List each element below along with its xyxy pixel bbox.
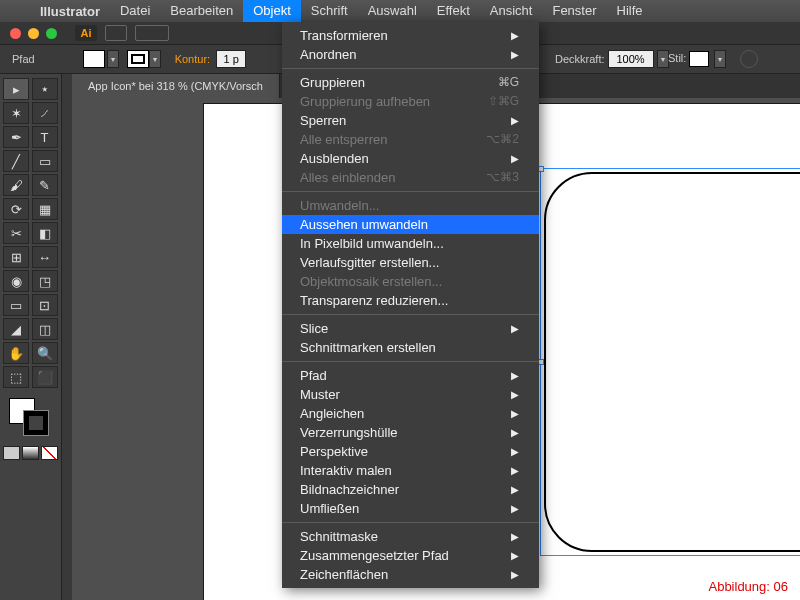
selection-bounding-box <box>540 168 800 556</box>
gradient-mode-icon[interactable] <box>22 446 39 460</box>
menu-item-verzerrungsh-lle[interactable]: Verzerrungshülle▶ <box>282 423 539 442</box>
tool-25[interactable]: ⬛ <box>32 366 58 388</box>
tools-panel: ▸⭑✶⟋✒T╱▭🖌✎⟳▦✂◧⊞↔◉◳▭⊡◢◫✋🔍⬚⬛ <box>0 74 62 600</box>
submenu-arrow-icon: ▶ <box>511 499 519 518</box>
stroke-label[interactable]: Kontur: <box>175 53 210 65</box>
menu-item-alles-einblenden: Alles einblenden⌥⌘3 <box>282 168 539 187</box>
submenu-arrow-icon: ▶ <box>511 149 519 168</box>
menu-item-in-pixelbild-umwandeln-[interactable]: In Pixelbild umwandeln... <box>282 234 539 253</box>
menu-item-ausblenden[interactable]: Ausblenden▶ <box>282 149 539 168</box>
submenu-arrow-icon: ▶ <box>511 111 519 130</box>
menu-item-schnittmaske[interactable]: Schnittmaske▶ <box>282 527 539 546</box>
menu-item-sperren[interactable]: Sperren▶ <box>282 111 539 130</box>
menu-item-pfad[interactable]: Pfad▶ <box>282 366 539 385</box>
menu-auswahl[interactable]: Auswahl <box>358 0 427 22</box>
tool-15[interactable]: ↔ <box>32 246 58 268</box>
menu-item-umwandeln-: Umwandeln... <box>282 196 539 215</box>
style-dropdown-icon[interactable]: ▾ <box>714 50 726 68</box>
menu-item-muster[interactable]: Muster▶ <box>282 385 539 404</box>
menu-item-verlaufsgitter-erstellen-[interactable]: Verlaufsgitter erstellen... <box>282 253 539 272</box>
tool-18[interactable]: ▭ <box>3 294 29 316</box>
menu-effekt[interactable]: Effekt <box>427 0 480 22</box>
stroke-color[interactable] <box>23 410 49 436</box>
menu-item-anordnen[interactable]: Anordnen▶ <box>282 45 539 64</box>
menu-objekt[interactable]: Objekt <box>243 0 301 22</box>
arrange-docs-icon[interactable] <box>135 25 169 41</box>
tool-11[interactable]: ▦ <box>32 198 58 220</box>
document-tab[interactable]: App Icon* bei 318 % (CMYK/Vorsch <box>72 74 280 98</box>
close-icon[interactable] <box>10 28 21 39</box>
tool-12[interactable]: ✂ <box>3 222 29 244</box>
fill-dropdown-icon[interactable]: ▾ <box>107 50 119 68</box>
fill-stroke-control[interactable] <box>3 396 58 440</box>
panel-gutter <box>62 74 72 600</box>
tool-20[interactable]: ◢ <box>3 318 29 340</box>
zoom-icon[interactable] <box>46 28 57 39</box>
tool-9[interactable]: ✎ <box>32 174 58 196</box>
fill-swatch[interactable] <box>83 50 105 68</box>
tool-21[interactable]: ◫ <box>32 318 58 340</box>
tool-8[interactable]: 🖌 <box>3 174 29 196</box>
tool-1[interactable]: ⭑ <box>32 78 58 100</box>
submenu-arrow-icon: ▶ <box>511 319 519 338</box>
menu-ansicht[interactable]: Ansicht <box>480 0 543 22</box>
menu-item-umflie-en[interactable]: Umfließen▶ <box>282 499 539 518</box>
menu-item-slice[interactable]: Slice▶ <box>282 319 539 338</box>
menu-schrift[interactable]: Schrift <box>301 0 358 22</box>
stroke-swatch[interactable] <box>127 50 149 68</box>
tool-22[interactable]: ✋ <box>3 342 29 364</box>
submenu-arrow-icon: ▶ <box>511 385 519 404</box>
menu-item-transformieren[interactable]: Transformieren▶ <box>282 26 539 45</box>
tool-3[interactable]: ⟋ <box>32 102 58 124</box>
minimize-icon[interactable] <box>28 28 39 39</box>
tool-6[interactable]: ╱ <box>3 150 29 172</box>
menu-item-gruppieren[interactable]: Gruppieren⌘G <box>282 73 539 92</box>
tool-10[interactable]: ⟳ <box>3 198 29 220</box>
menu-bearbeiten[interactable]: Bearbeiten <box>160 0 243 22</box>
selection-type-label: Pfad <box>0 53 43 65</box>
recolor-icon[interactable] <box>740 50 758 68</box>
bridge-icon[interactable] <box>105 25 127 41</box>
menu-item-bildnachzeichner[interactable]: Bildnachzeichner▶ <box>282 480 539 499</box>
submenu-arrow-icon: ▶ <box>511 423 519 442</box>
menu-item-interaktiv-malen[interactable]: Interaktiv malen▶ <box>282 461 539 480</box>
opacity-input[interactable]: 100% <box>608 50 654 68</box>
app-badge: Ai <box>75 25 97 41</box>
submenu-arrow-icon: ▶ <box>511 565 519 584</box>
menu-datei[interactable]: Datei <box>110 0 160 22</box>
menu-item-transparenz-reduzieren-[interactable]: Transparenz reduzieren... <box>282 291 539 310</box>
menu-item-perspektive[interactable]: Perspektive▶ <box>282 442 539 461</box>
menu-fenster[interactable]: Fenster <box>542 0 606 22</box>
app-name[interactable]: Illustrator <box>30 4 110 19</box>
none-mode-icon[interactable] <box>41 446 58 460</box>
tool-16[interactable]: ◉ <box>3 270 29 292</box>
menu-hilfe[interactable]: Hilfe <box>607 0 653 22</box>
menu-item-zusammengesetzter-pfad[interactable]: Zusammengesetzter Pfad▶ <box>282 546 539 565</box>
menu-item-zeichenfl-chen[interactable]: Zeichenflächen▶ <box>282 565 539 584</box>
menu-item-schnittmarken-erstellen[interactable]: Schnittmarken erstellen <box>282 338 539 357</box>
color-mode-icon[interactable] <box>3 446 20 460</box>
tool-19[interactable]: ⊡ <box>32 294 58 316</box>
submenu-arrow-icon: ▶ <box>511 45 519 64</box>
tool-13[interactable]: ◧ <box>32 222 58 244</box>
tool-0[interactable]: ▸ <box>3 78 29 100</box>
tool-7[interactable]: ▭ <box>32 150 58 172</box>
submenu-arrow-icon: ▶ <box>511 442 519 461</box>
menu-item-aussehen-umwandeln[interactable]: Aussehen umwandeln <box>282 215 539 234</box>
tool-17[interactable]: ◳ <box>32 270 58 292</box>
stroke-weight-input[interactable]: 1 p <box>216 50 246 68</box>
objekt-menu-dropdown: Transformieren▶Anordnen▶Gruppieren⌘GGrup… <box>282 22 539 588</box>
tool-23[interactable]: 🔍 <box>32 342 58 364</box>
style-swatch[interactable] <box>689 51 709 67</box>
tool-2[interactable]: ✶ <box>3 102 29 124</box>
tool-14[interactable]: ⊞ <box>3 246 29 268</box>
tool-24[interactable]: ⬚ <box>3 366 29 388</box>
submenu-arrow-icon: ▶ <box>511 26 519 45</box>
menu-item-angleichen[interactable]: Angleichen▶ <box>282 404 539 423</box>
menu-item-alle-entsperren: Alle entsperren⌥⌘2 <box>282 130 539 149</box>
opacity-label[interactable]: Deckkraft: <box>555 53 605 65</box>
tool-4[interactable]: ✒ <box>3 126 29 148</box>
stroke-dropdown-icon[interactable]: ▾ <box>149 50 161 68</box>
tool-5[interactable]: T <box>32 126 58 148</box>
opacity-dropdown-icon[interactable]: ▾ <box>657 50 669 68</box>
